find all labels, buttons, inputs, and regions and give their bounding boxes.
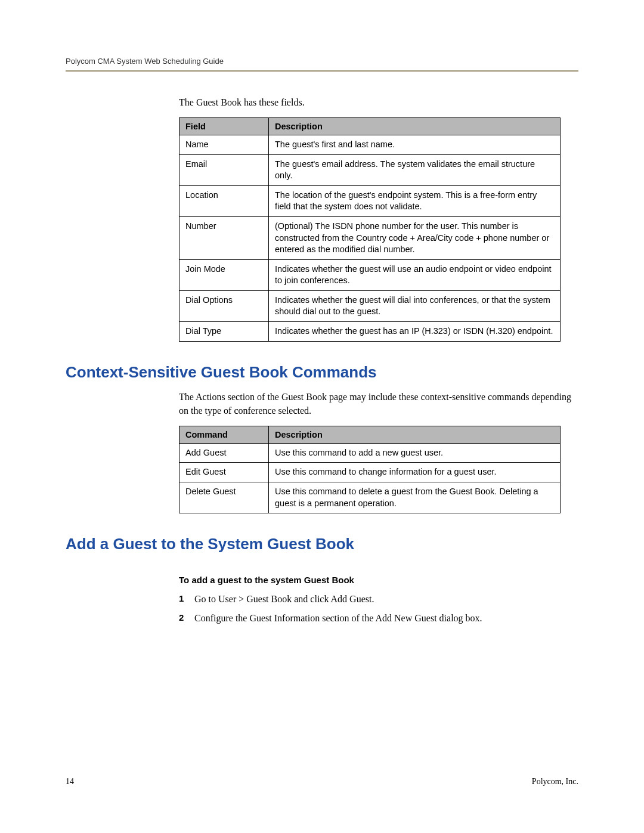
- field-name: Dial Type: [179, 321, 269, 341]
- fields-col2-header: Description: [269, 118, 561, 135]
- table-row: Dial Type Indicates whether the guest ha…: [179, 321, 561, 341]
- field-desc: Indicates whether the guest has an IP (H…: [269, 321, 561, 341]
- company-name: Polycom, Inc.: [532, 777, 578, 786]
- list-item: 2 Configure the Guest Information sectio…: [179, 611, 578, 625]
- step-text: Go to User > Guest Book and click Add Gu…: [194, 592, 578, 606]
- commands-col1-header: Command: [179, 426, 269, 443]
- fields-col1-header: Field: [179, 118, 269, 135]
- section1-intro: The Actions section of the Guest Book pa…: [179, 390, 578, 417]
- document-header: Polycom CMA System Web Scheduling Guide: [66, 57, 578, 70]
- list-item: 1 Go to User > Guest Book and click Add …: [179, 592, 578, 606]
- header-rule: [66, 70, 578, 72]
- table-row: Number (Optional) The ISDN phone number …: [179, 217, 561, 260]
- field-name: Email: [179, 154, 269, 185]
- commands-col2-header: Description: [269, 426, 561, 443]
- command-desc: Use this command to add a new guest user…: [269, 443, 561, 463]
- command-desc: Use this command to change information f…: [269, 463, 561, 482]
- field-desc: The location of the guest's endpoint sys…: [269, 185, 561, 216]
- procedure-steps: 1 Go to User > Guest Book and click Add …: [179, 592, 578, 625]
- guest-book-fields-table: Field Description Name The guest's first…: [179, 117, 561, 341]
- table-row: Dial Options Indicates whether the guest…: [179, 290, 561, 321]
- step-text: Configure the Guest Information section …: [194, 611, 578, 625]
- section-heading-commands: Context-Sensitive Guest Book Commands: [66, 363, 578, 382]
- field-desc: The guest's first and last name.: [269, 135, 561, 155]
- command-name: Delete Guest: [179, 482, 269, 513]
- table-row: Join Mode Indicates whether the guest wi…: [179, 259, 561, 290]
- table-row: Edit Guest Use this command to change in…: [179, 463, 561, 482]
- field-name: Number: [179, 217, 269, 260]
- table-row: Location The location of the guest's end…: [179, 185, 561, 216]
- field-desc: The guest's email address. The system va…: [269, 154, 561, 185]
- table-row: Add Guest Use this command to add a new …: [179, 443, 561, 463]
- page-footer: 14 Polycom, Inc.: [66, 777, 578, 786]
- field-name: Name: [179, 135, 269, 155]
- step-number: 2: [179, 611, 194, 625]
- page-number: 14: [66, 777, 74, 786]
- field-name: Dial Options: [179, 290, 269, 321]
- table-row: Email The guest's email address. The sys…: [179, 154, 561, 185]
- commands-table: Command Description Add Guest Use this c…: [179, 426, 561, 513]
- step-number: 1: [179, 592, 194, 606]
- field-desc: Indicates whether the guest will use an …: [269, 259, 561, 290]
- intro-text: The Guest Book has these fields.: [179, 95, 578, 109]
- command-desc: Use this command to delete a guest from …: [269, 482, 561, 513]
- field-desc: Indicates whether the guest will dial in…: [269, 290, 561, 321]
- field-name: Join Mode: [179, 259, 269, 290]
- field-name: Location: [179, 185, 269, 216]
- procedure-title: To add a guest to the system Guest Book: [179, 575, 578, 585]
- command-name: Add Guest: [179, 443, 269, 463]
- field-desc: (Optional) The ISDN phone number for the…: [269, 217, 561, 260]
- table-row: Name The guest's first and last name.: [179, 135, 561, 155]
- command-name: Edit Guest: [179, 463, 269, 482]
- table-row: Delete Guest Use this command to delete …: [179, 482, 561, 513]
- section-heading-add-guest: Add a Guest to the System Guest Book: [66, 535, 578, 553]
